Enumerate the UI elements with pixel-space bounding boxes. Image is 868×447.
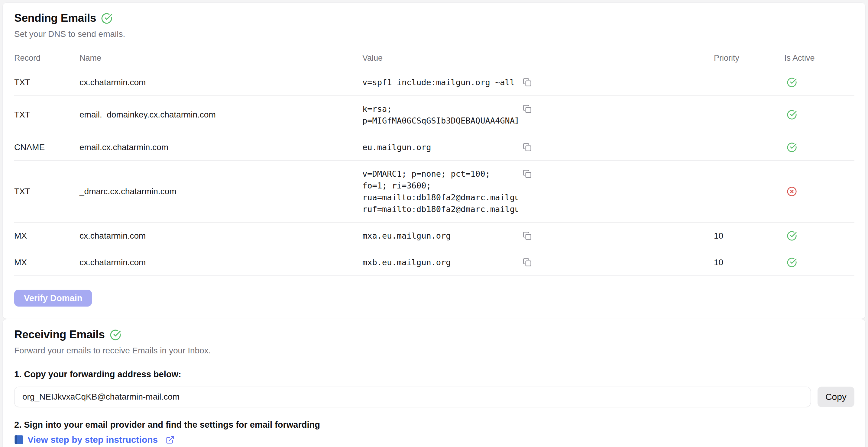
inactive-x-icon xyxy=(787,186,797,197)
dns-table-header: Record Name Value Priority Is Active xyxy=(14,54,855,69)
header-value: Value xyxy=(362,54,714,63)
record-priority: 10 xyxy=(714,258,784,267)
record-active-cell xyxy=(784,109,855,120)
record-active-cell xyxy=(784,142,855,153)
record-name: email._domainkey.cx.chatarmin.com xyxy=(80,110,362,120)
receiving-emails-card: Receiving Emails Forward your emails to … xyxy=(2,319,866,447)
record-value: v=DMARC1; p=none; pct=100;fo=1; ri=3600;… xyxy=(362,168,518,215)
header-priority: Priority xyxy=(714,54,784,63)
receiving-title-row: Receiving Emails xyxy=(14,328,855,341)
table-row: TXT email._domainkey.cx.chatarmin.com k=… xyxy=(14,96,855,134)
copy-address-button[interactable]: Copy xyxy=(817,387,855,407)
active-check-icon xyxy=(787,142,797,153)
active-check-icon xyxy=(787,77,797,88)
table-row: MX cx.chatarmin.com mxa.eu.mailgun.org 1… xyxy=(14,223,855,249)
record-priority: 10 xyxy=(714,231,784,241)
record-type: TXT xyxy=(14,110,80,120)
verify-domain-button[interactable]: Verify Domain xyxy=(14,290,92,307)
copy-icon[interactable] xyxy=(523,231,532,240)
header-record: Record xyxy=(14,54,80,63)
receiving-title: Receiving Emails xyxy=(14,328,105,341)
header-name: Name xyxy=(80,54,362,63)
check-circle-icon xyxy=(110,329,121,341)
active-check-icon xyxy=(787,231,797,241)
table-row: TXT _dmarc.cx.chatarmin.com v=DMARC1; p=… xyxy=(14,161,855,223)
record-name: cx.chatarmin.com xyxy=(80,258,362,267)
book-icon xyxy=(14,435,23,445)
header-is-active: Is Active xyxy=(784,54,855,63)
forwarding-address-input[interactable] xyxy=(14,387,811,407)
record-type: TXT xyxy=(14,77,80,87)
record-value-cell: mxa.eu.mailgun.org xyxy=(362,230,714,242)
record-value: v=spf1 include:mailgun.org ~all xyxy=(362,76,518,88)
record-active-cell xyxy=(784,231,855,241)
record-name: cx.chatarmin.com xyxy=(80,231,362,241)
record-value: mxa.eu.mailgun.org xyxy=(362,230,518,242)
table-row: MX cx.chatarmin.com mxb.eu.mailgun.org 1… xyxy=(14,249,855,276)
record-name: email.cx.chatarmin.com xyxy=(80,142,362,152)
copy-icon[interactable] xyxy=(523,258,532,267)
copy-icon[interactable] xyxy=(523,78,532,87)
sending-emails-card: Sending Emails Set your DNS to send emai… xyxy=(2,2,866,319)
copy-icon[interactable] xyxy=(523,104,532,113)
record-active-cell xyxy=(784,257,855,267)
view-instructions-link[interactable]: View step by step instructions xyxy=(28,435,158,445)
external-link-icon[interactable] xyxy=(166,435,175,444)
sending-subtitle: Set your DNS to send emails. xyxy=(14,29,855,39)
step1-label: 1. Copy your forwarding address below: xyxy=(14,370,855,379)
record-value-cell: mxb.eu.mailgun.org xyxy=(362,256,714,268)
copy-icon[interactable] xyxy=(523,169,532,178)
copy-icon[interactable] xyxy=(523,143,532,152)
dns-records-table: Record Name Value Priority Is Active TXT… xyxy=(14,54,855,276)
forwarding-address-row: Copy xyxy=(14,387,855,407)
instructions-link-row[interactable]: View step by step instructions xyxy=(14,435,855,445)
record-name: _dmarc.cx.chatarmin.com xyxy=(80,187,362,196)
record-type: MX xyxy=(14,258,80,267)
record-value-cell: v=DMARC1; p=none; pct=100;fo=1; ri=3600;… xyxy=(362,168,714,215)
record-type: MX xyxy=(14,231,80,241)
sending-title: Sending Emails xyxy=(14,12,96,25)
record-value-cell: v=spf1 include:mailgun.org ~all xyxy=(362,76,714,88)
record-value-cell: k=rsa;p=MIGfMA0GCSqGSIb3DQEBAQUAA4GNAI xyxy=(362,103,714,127)
table-row: CNAME email.cx.chatarmin.com eu.mailgun.… xyxy=(14,134,855,161)
record-active-cell xyxy=(784,77,855,88)
check-circle-icon xyxy=(101,13,113,24)
record-value-cell: eu.mailgun.org xyxy=(362,141,714,153)
active-check-icon xyxy=(787,109,797,120)
active-check-icon xyxy=(787,257,797,267)
receiving-subtitle: Forward your emails to receive Emails in… xyxy=(14,346,855,355)
record-type: CNAME xyxy=(14,142,80,152)
dns-table-body: TXT cx.chatarmin.com v=spf1 include:mail… xyxy=(14,69,855,276)
record-type: TXT xyxy=(14,187,80,196)
record-active-cell xyxy=(784,186,855,197)
record-value: k=rsa;p=MIGfMA0GCSqGSIb3DQEBAQUAA4GNAI xyxy=(362,103,518,127)
step2-label: 2. Sign into your email provider and fin… xyxy=(14,420,855,430)
table-row: TXT cx.chatarmin.com v=spf1 include:mail… xyxy=(14,69,855,96)
sending-title-row: Sending Emails xyxy=(14,12,855,25)
record-value: eu.mailgun.org xyxy=(362,141,518,153)
record-value: mxb.eu.mailgun.org xyxy=(362,256,518,268)
record-name: cx.chatarmin.com xyxy=(80,77,362,87)
